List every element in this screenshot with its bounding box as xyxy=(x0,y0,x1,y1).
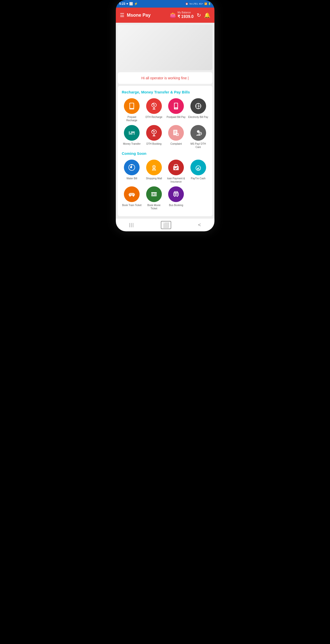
service-paytm-cash[interactable]: PayTm Cash xyxy=(188,160,208,183)
ticker-text: Hi all operator is working fine | xyxy=(141,76,189,80)
prepaid-recharge-icon xyxy=(124,98,140,114)
complaint-icon xyxy=(168,125,184,141)
menu-icon[interactable]: ☰ xyxy=(120,12,124,18)
bus-booking-icon xyxy=(168,186,184,202)
svg-point-2 xyxy=(131,108,132,109)
svg-rect-11 xyxy=(129,133,135,134)
svg-point-13 xyxy=(133,133,134,134)
refresh-icon[interactable]: ↻ xyxy=(197,12,201,18)
wallet-icon: 👛 xyxy=(170,12,176,18)
svg-point-49 xyxy=(174,196,175,197)
money-transfer-icon xyxy=(124,125,140,141)
recent-apps-button[interactable]: ||| xyxy=(129,222,134,228)
book-movie-icon xyxy=(146,186,162,202)
back-button[interactable]: < xyxy=(198,222,201,228)
status-left: 5:23 ♥ ⬜ ⚡ xyxy=(119,2,138,6)
coming-soon-grid: Water Bill Shopping Mall loan Payment & … xyxy=(122,160,208,210)
electricity-icon xyxy=(190,98,206,114)
signal-icon: 4G+ xyxy=(199,3,203,5)
service-money-transfer[interactable]: Money Transfer xyxy=(122,125,142,149)
svg-point-29 xyxy=(153,166,155,167)
balance-label: My Balance xyxy=(178,11,193,14)
balance-amount: ₹ 1939.0 xyxy=(178,14,193,19)
service-mspay-dth[interactable]: MS Pay/ DTH Care xyxy=(188,125,208,149)
svg-point-25 xyxy=(199,132,202,135)
shopping-mall-label: Shopping Mall xyxy=(146,177,162,180)
mspay-dth-icon xyxy=(190,125,206,141)
header-left: ☰ Msone Pay xyxy=(120,12,151,18)
services-section-title: Recharge, Money Transfer & Pay Bills xyxy=(122,90,208,94)
network-label: Vo LTE1 xyxy=(189,3,198,5)
service-bus-booking[interactable]: Bus Booking xyxy=(166,186,186,210)
postpaid-icon xyxy=(168,98,184,114)
svg-rect-21 xyxy=(176,133,179,136)
svg-point-5 xyxy=(153,104,155,106)
book-train-label: Book Train Ticket xyxy=(122,204,142,207)
service-shopping-mall[interactable]: Shopping Mall xyxy=(144,160,164,183)
svg-point-40 xyxy=(133,195,134,196)
wifi-icon: 📶 xyxy=(204,3,207,5)
service-prepaid-recharge[interactable]: Prepaid Recharge xyxy=(122,98,142,122)
svg-rect-7 xyxy=(175,103,178,107)
app-header: ☰ Msone Pay 👛 My Balance ₹ 1939.0 ↻ 🔔 xyxy=(116,8,214,23)
svg-point-35 xyxy=(199,169,200,170)
app-title: Msone Pay xyxy=(127,13,151,18)
time-display: 5:23 xyxy=(119,2,125,6)
main-content: Hi all operator is working fine | Rechar… xyxy=(116,23,214,218)
svg-rect-48 xyxy=(174,191,178,193)
svg-point-39 xyxy=(129,195,131,196)
service-complaint[interactable]: Complaint xyxy=(166,125,186,149)
prepaid-recharge-label: Prepaid Recharge xyxy=(122,115,142,122)
book-train-icon xyxy=(124,186,140,202)
water-bill-label: Water Bill xyxy=(126,177,137,180)
bell-icon[interactable]: 🔔 xyxy=(204,12,210,18)
complaint-label: Complaint xyxy=(170,142,182,145)
electricity-label: Electricity Bill Pay xyxy=(188,115,208,119)
money-transfer-label: Money Transfer xyxy=(123,142,141,145)
balance-text: My Balance ₹ 1939.0 xyxy=(178,11,193,19)
mspay-dth-label: MS Pay/ DTH Care xyxy=(188,142,208,149)
service-dth-booking[interactable]: DTH Booking xyxy=(144,125,164,149)
loan-insurance-icon xyxy=(168,160,184,175)
service-water-bill[interactable]: Water Bill xyxy=(122,160,142,183)
alarm-icon: ⏰ xyxy=(185,3,188,5)
header-right: 👛 My Balance ₹ 1939.0 ↻ 🔔 xyxy=(170,11,210,19)
status-right: ⏰ Vo LTE1 4G+ 📶 🔋 xyxy=(185,3,211,5)
service-book-movie[interactable]: Book Movie Ticket xyxy=(144,186,164,210)
bottom-nav: ||| ⬜ < xyxy=(116,218,214,231)
dth-recharge-label: DTH Recharge xyxy=(145,115,162,119)
home-button[interactable]: ⬜ xyxy=(161,221,171,229)
service-electricity[interactable]: Electricity Bill Pay xyxy=(188,98,208,122)
battery-icon: 🔋 xyxy=(208,3,211,5)
banner-card xyxy=(118,25,212,70)
balance-section: 👛 My Balance ₹ 1939.0 xyxy=(170,11,193,19)
service-loan-insurance[interactable]: loan Payment & Insurance xyxy=(166,160,186,183)
services-card: Recharge, Money Transfer & Pay Bills Pre… xyxy=(118,86,212,216)
camera-icon: ⬜ xyxy=(129,2,133,6)
paytm-cash-label: PayTm Cash xyxy=(191,177,206,180)
loan-insurance-label: loan Payment & Insurance xyxy=(166,177,186,183)
ticker-card: Hi all operator is working fine | xyxy=(118,72,212,84)
dth-booking-label: DTH Booking xyxy=(146,142,161,145)
status-bar: 5:23 ♥ ⬜ ⚡ ⏰ Vo LTE1 4G+ 📶 🔋 xyxy=(116,0,214,8)
postpaid-label: Postpaid Bill Pay xyxy=(167,115,186,119)
bus-booking-label: Bus Booking xyxy=(169,204,183,207)
svg-point-8 xyxy=(176,108,177,109)
dth-recharge-icon xyxy=(146,98,162,114)
service-dth-recharge[interactable]: DTH Recharge xyxy=(144,98,164,122)
svg-rect-1 xyxy=(130,103,134,108)
main-services-grid: Prepaid Recharge DTH Recharge Postpaid B… xyxy=(122,98,208,149)
coming-soon-title: Coming Soon xyxy=(122,151,208,156)
water-bill-icon xyxy=(124,160,140,175)
shopping-mall-icon xyxy=(146,160,162,175)
paytm-cash-icon xyxy=(190,160,206,175)
banner-placeholder xyxy=(118,25,212,70)
dth-booking-icon xyxy=(146,125,162,141)
service-postpaid[interactable]: Postpaid Bill Pay xyxy=(166,98,186,122)
book-movie-label: Book Movie Ticket xyxy=(144,204,164,210)
phone-frame: 5:23 ♥ ⬜ ⚡ ⏰ Vo LTE1 4G+ 📶 🔋 ☰ Msone Pay… xyxy=(116,0,214,231)
svg-point-50 xyxy=(177,196,178,197)
service-book-train[interactable]: Book Train Ticket xyxy=(122,186,142,210)
heart-icon: ♥ xyxy=(126,2,128,6)
usb-icon: ⚡ xyxy=(134,2,138,6)
